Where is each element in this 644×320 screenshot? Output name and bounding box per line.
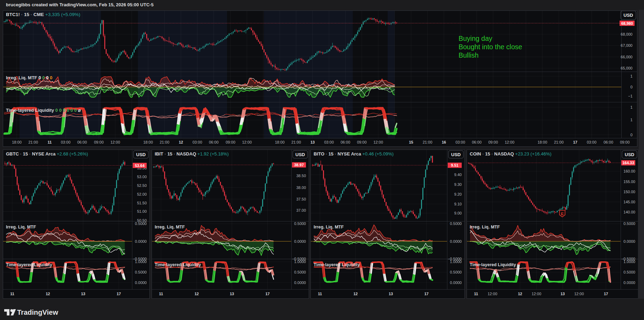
svg-text:13: 13 <box>81 292 85 296</box>
svg-text:Time-layered Liquidity: Time-layered Liquidity <box>155 262 201 267</box>
svg-text:11: 11 <box>474 292 478 296</box>
svg-text:37.00: 37.00 <box>296 208 306 212</box>
svg-text:USD: USD <box>623 13 633 18</box>
svg-text:12: 12 <box>353 292 358 296</box>
svg-text:1.0000: 1.0000 <box>450 260 462 264</box>
svg-text:BTC1! · 15 · CME +3,335 (+5.0: BTC1! · 15 · CME +3,335 (+5.09%) <box>6 12 80 17</box>
svg-text:0.5000: 0.5000 <box>450 270 462 274</box>
svg-text:140.00: 140.00 <box>623 210 635 214</box>
svg-text:1.0000: 1.0000 <box>135 260 147 264</box>
svg-text:12: 12 <box>46 292 50 296</box>
svg-text:18:00: 18:00 <box>12 140 22 144</box>
svg-text:12:00: 12:00 <box>373 140 383 144</box>
svg-text:68,000: 68,000 <box>621 32 632 36</box>
svg-text:COIN · 15 · NASDAQ +23.23 (+1: COIN · 15 · NASDAQ +23.23 (+16.46%) <box>470 151 551 157</box>
svg-text:17: 17 <box>573 140 577 144</box>
svg-text:17: 17 <box>424 292 429 296</box>
svg-text:0: 0 <box>630 133 632 137</box>
svg-text:17: 17 <box>117 292 121 296</box>
svg-text:−1: −1 <box>628 94 632 98</box>
svg-text:12: 12 <box>518 292 522 296</box>
svg-text:06:00: 06:00 <box>472 140 482 144</box>
svg-text:67,000: 67,000 <box>621 43 632 48</box>
svg-text:0.5000: 0.5000 <box>135 221 147 226</box>
svg-text:1: 1 <box>630 74 632 78</box>
svg-text:12: 12 <box>179 140 183 144</box>
svg-text:155.00: 155.00 <box>623 180 635 184</box>
svg-text:13: 13 <box>310 140 315 144</box>
svg-text:11: 11 <box>10 292 14 296</box>
svg-text:Time-layered Liquidity: Time-layered Liquidity <box>6 262 52 267</box>
svg-text:12:00: 12:00 <box>110 140 120 144</box>
svg-text:Buying day: Buying day <box>459 35 492 42</box>
svg-text:03:00: 03:00 <box>455 140 465 144</box>
svg-text:17: 17 <box>265 292 270 296</box>
svg-text:37.50: 37.50 <box>296 197 306 201</box>
svg-text:9.10: 9.10 <box>454 202 462 206</box>
svg-text:12:00: 12:00 <box>242 140 252 144</box>
svg-text:53.00: 53.00 <box>137 175 147 179</box>
svg-text:38.50: 38.50 <box>296 174 306 178</box>
svg-text:150.00: 150.00 <box>623 190 635 194</box>
svg-text:0: 0 <box>630 85 632 89</box>
svg-text:USD: USD <box>625 152 634 157</box>
svg-text:0.0000: 0.0000 <box>135 281 147 285</box>
svg-text:12:00: 12:00 <box>574 292 584 296</box>
svg-text:9.51: 9.51 <box>451 163 458 167</box>
svg-text:03:00: 03:00 <box>192 140 202 144</box>
svg-text:Irreg. Liq. MTF: Irreg. Liq. MTF <box>314 225 344 230</box>
svg-text:21:00: 21:00 <box>160 140 169 144</box>
svg-text:16: 16 <box>442 140 446 144</box>
svg-text:09:00: 09:00 <box>226 140 235 144</box>
svg-text:11: 11 <box>318 292 322 296</box>
svg-text:06:00: 06:00 <box>341 140 350 144</box>
svg-text:0.0000: 0.0000 <box>623 239 635 243</box>
svg-text:21:00: 21:00 <box>291 140 301 144</box>
svg-text:12:00: 12:00 <box>532 292 541 296</box>
svg-text:1.0000: 1.0000 <box>623 260 635 264</box>
svg-text:06:00: 06:00 <box>209 140 219 144</box>
svg-text:17: 17 <box>604 292 608 296</box>
svg-text:0.0000: 0.0000 <box>450 239 462 243</box>
svg-text:Time-layered Liquidity 0 0 0 0: Time-layered Liquidity 0 0 0 0 0 0 ⌀ <box>6 108 81 113</box>
svg-text:9.00: 9.00 <box>454 211 462 215</box>
svg-text:USD: USD <box>136 152 146 157</box>
svg-text:TradingView: TradingView <box>17 308 58 316</box>
svg-text:164.33: 164.33 <box>622 161 634 165</box>
svg-text:0.0000: 0.0000 <box>450 281 462 285</box>
svg-text:38.97: 38.97 <box>294 163 304 167</box>
svg-text:0.0000: 0.0000 <box>294 281 306 285</box>
svg-text:21:00: 21:00 <box>28 140 38 144</box>
svg-text:Irreg. Liq. MTF: Irreg. Liq. MTF <box>6 225 36 230</box>
svg-text:15: 15 <box>409 140 413 144</box>
svg-text:0.5000: 0.5000 <box>623 270 635 274</box>
svg-text:09:00: 09:00 <box>94 140 104 144</box>
svg-text:38.00: 38.00 <box>296 186 306 190</box>
svg-text:Bought into the close: Bought into the close <box>459 43 522 51</box>
svg-text:18:00: 18:00 <box>143 140 153 144</box>
svg-text:Bullish: Bullish <box>459 51 478 59</box>
svg-text:USD: USD <box>295 152 305 157</box>
svg-text:06:00: 06:00 <box>603 140 613 144</box>
svg-text:09:00: 09:00 <box>488 140 498 144</box>
svg-text:Time-layered Liquidity: Time-layered Liquidity <box>314 262 360 267</box>
svg-text:BITO · 15 · NYSE Arca +0.46 (: BITO · 15 · NYSE Arca +0.46 (+5.09%) <box>314 151 394 157</box>
svg-text:12:00: 12:00 <box>488 292 497 296</box>
svg-text:9.20: 9.20 <box>454 192 462 196</box>
svg-text:68,980: 68,980 <box>621 21 633 26</box>
svg-text:Irreg. Liq. MTF: Irreg. Liq. MTF <box>470 225 500 230</box>
svg-text:03:00: 03:00 <box>61 140 71 144</box>
svg-text:1.0000: 1.0000 <box>294 260 306 264</box>
svg-text:0.5000: 0.5000 <box>135 270 147 274</box>
svg-text:53.64: 53.64 <box>135 163 145 168</box>
svg-text:0.0000: 0.0000 <box>623 281 635 285</box>
svg-text:Irreg. Liq. MTF 0 0 0 0: Irreg. Liq. MTF 0 0 0 0 <box>6 75 52 80</box>
svg-text:USD: USD <box>451 152 461 157</box>
svg-text:9.40: 9.40 <box>454 173 462 177</box>
svg-text:Time-layered Liquidity: Time-layered Liquidity <box>470 262 516 267</box>
svg-text:13: 13 <box>561 292 565 296</box>
svg-text:IBIT · 15 · NASDAQ +1.92 (+5.: IBIT · 15 · NASDAQ +1.92 (+5.18%) <box>155 151 229 157</box>
svg-text:145.00: 145.00 <box>623 200 635 204</box>
svg-text:06:00: 06:00 <box>77 140 87 144</box>
svg-text:12: 12 <box>195 292 199 296</box>
